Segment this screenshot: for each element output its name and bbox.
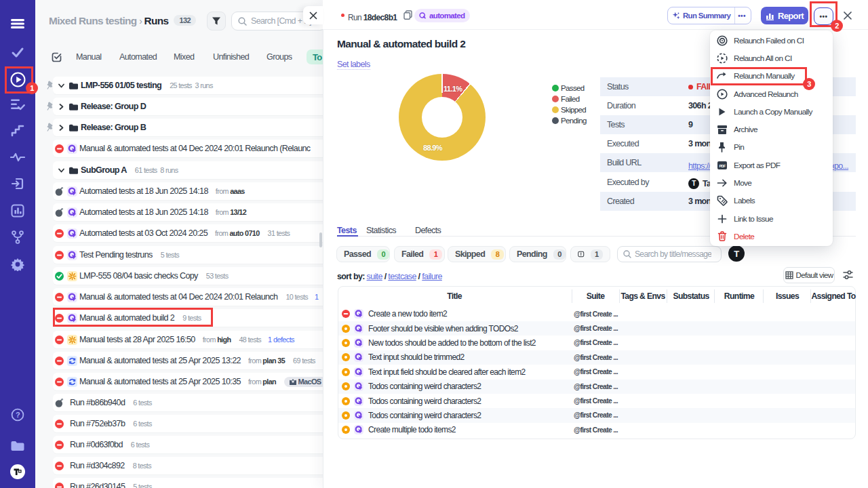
svg-text:PDF: PDF: [719, 163, 726, 167]
svg-text:?: ?: [16, 411, 20, 419]
